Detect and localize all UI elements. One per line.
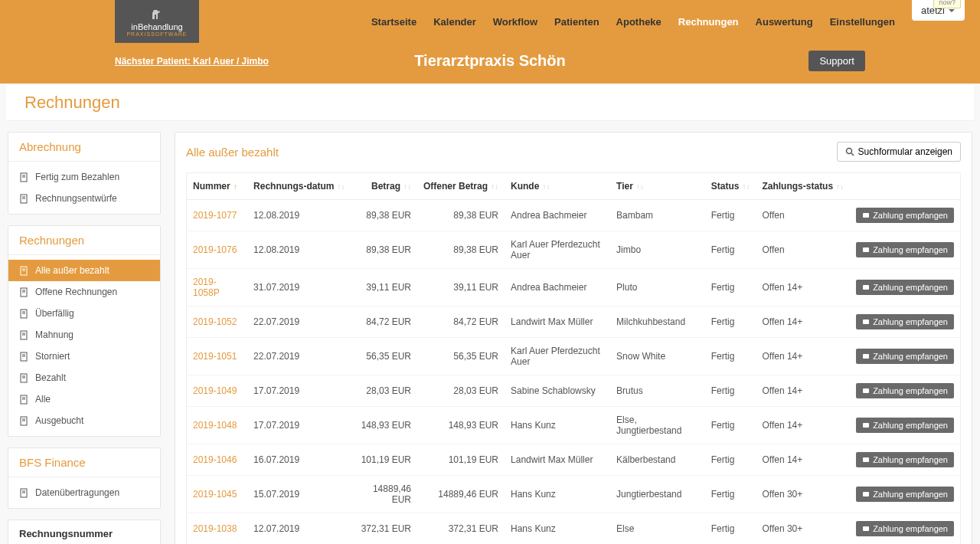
invoice-number-link[interactable]: 2019-1052 (187, 306, 247, 338)
logo-sub-text: PRAXISSOFTWARE (126, 31, 187, 37)
cell-open: 372,31 EUR (417, 513, 505, 545)
table-row: 2019-105222.07.201984,72 EUR84,72 EURLan… (187, 306, 960, 338)
table-row: 2019-105122.07.201956,35 EUR56,35 EURKar… (187, 338, 960, 375)
sidebar-item-überfällig[interactable]: Überfällig (8, 303, 160, 324)
col-offen[interactable]: Offener Betrag↑↓ (417, 173, 505, 200)
svg-point-38 (846, 149, 851, 154)
invoice-number-link[interactable]: 2019-1076 (187, 231, 247, 269)
sidebar-item-offene-rechnungen[interactable]: Offene Rechnungen (8, 281, 160, 303)
practice-name: Tierarztpraxis Schön (414, 52, 565, 70)
cell-open: 56,35 EUR (417, 338, 505, 375)
support-button[interactable]: Support (808, 51, 865, 71)
receive-payment-button[interactable]: Zahlung empfangen (856, 487, 954, 502)
receive-payment-button[interactable]: Zahlung empfangen (856, 383, 954, 398)
cell-open: 89,38 EUR (417, 231, 505, 269)
sidebar-item-bezahlt[interactable]: Bezahlt (8, 367, 160, 388)
invoice-number-link[interactable]: 2019-1048 (187, 407, 247, 444)
cell-status: Fertig (705, 513, 756, 545)
receive-payment-button[interactable]: Zahlung empfangen (856, 280, 954, 295)
col-status[interactable]: Status↑↓ (705, 173, 756, 200)
table-row: 2019-103812.07.2019372,31 EUR372,31 EURH… (187, 513, 960, 545)
svg-rect-44 (863, 354, 869, 359)
cell-zahlstatus: Offen 14+ (756, 375, 850, 407)
nav-workflow[interactable]: Workflow (492, 2, 539, 41)
document-icon (19, 373, 29, 383)
cell-tier: Bambam (610, 200, 705, 231)
sidebar-item-fertig-zum-bezahlen[interactable]: Fertig zum Bezahlen (8, 166, 160, 188)
nav-kalender[interactable]: Kalender (432, 2, 478, 41)
invoice-number-link[interactable]: 2019-1046 (187, 444, 247, 476)
receive-payment-button[interactable]: Zahlung empfangen (856, 208, 954, 223)
nav-einstellungen[interactable]: Einstellungen (828, 2, 897, 41)
sidebar-item-datenübertragungen[interactable]: Datenübertragungen (8, 482, 160, 503)
logo[interactable]: inBehandlung PRAXISSOFTWARE (115, 0, 199, 43)
cell-date: 17.07.2019 (247, 407, 351, 444)
invoice-number-link[interactable]: 2019-1038 (187, 513, 247, 545)
nav-apotheke[interactable]: Apotheke (615, 2, 663, 41)
receive-payment-button[interactable]: Zahlung empfangen (856, 452, 954, 467)
table-row: 2019-104515.07.201914889,46 EUR14889,46 … (187, 476, 960, 513)
document-icon (19, 330, 29, 340)
sidebar-item-rechnungsentwürfe[interactable]: Rechnungsentwürfe (8, 188, 160, 209)
cell-tier: Jungtierbestand (610, 476, 705, 513)
sidebar: Abrechnung Fertig zum BezahlenRechnungse… (8, 132, 161, 544)
svg-rect-45 (863, 388, 869, 393)
cell-open: 89,38 EUR (417, 200, 505, 231)
table-row: 2019-104917.07.201928,03 EUR28,03 EURSab… (187, 375, 960, 407)
cell-zahlstatus: Offen (756, 200, 850, 231)
col-kunde[interactable]: Kunde↑↓ (505, 173, 610, 200)
next-patient-link[interactable]: Nächster Patient: Karl Auer / Jimbo (115, 56, 269, 67)
receive-payment-button[interactable]: Zahlung empfangen (856, 418, 954, 433)
receive-payment-button[interactable]: Zahlung empfangen (856, 242, 954, 257)
svg-rect-48 (863, 492, 869, 496)
main-content: Alle außer bezahlt Suchformular anzeigen… (175, 132, 972, 544)
sidebar-item-ausgebucht[interactable]: Ausgebucht (8, 410, 160, 431)
invoice-table: Nummer↑ Rechnungs-datum↑↓ Betrag↑↓ Offen… (186, 172, 961, 544)
sidebar-item-storniert[interactable]: Storniert (8, 346, 160, 367)
cell-status: Fertig (705, 200, 756, 231)
invoice-number-link[interactable]: 2019-1051 (187, 338, 247, 375)
col-betrag[interactable]: Betrag↑↓ (351, 173, 417, 200)
cell-zahlstatus: Offen 30+ (756, 476, 850, 513)
cell-amount: 148,93 EUR (351, 407, 417, 444)
search-form-toggle[interactable]: Suchformular anzeigen (837, 142, 961, 162)
receive-payment-button[interactable]: Zahlung empfangen (856, 314, 954, 329)
receive-payment-button[interactable]: Zahlung empfangen (856, 349, 954, 364)
nav-patienten[interactable]: Patienten (553, 2, 601, 41)
cell-tier: Pluto (610, 269, 705, 306)
invoice-number-link[interactable]: 2019-1058P (187, 269, 247, 306)
document-icon (19, 395, 29, 405)
cell-zahlstatus: Offen 14+ (756, 306, 850, 338)
payment-icon (862, 421, 870, 429)
cell-kunde: Sabine Schablowsky (505, 375, 610, 407)
cell-zahlstatus: Offen 14+ (756, 444, 850, 476)
cell-zahlstatus: Offen 14+ (756, 269, 850, 306)
cell-open: 14889,46 EUR (417, 476, 505, 513)
cell-date: 15.07.2019 (247, 476, 351, 513)
payment-icon (862, 352, 870, 360)
nav-rechnungen[interactable]: Rechnungen (677, 2, 740, 41)
tooltip: now? (933, 0, 961, 8)
cell-amount: 84,72 EUR (351, 306, 417, 338)
invoice-number-link[interactable]: 2019-1045 (187, 476, 247, 513)
page-title-bar: Rechnungen (6, 85, 974, 121)
nav-startseite[interactable]: Startseite (370, 2, 418, 41)
cell-status: Fertig (705, 476, 756, 513)
cell-kunde: Karl Auer Pferdezucht Auer (505, 338, 610, 375)
sidebar-item-alle-außer-bezahlt[interactable]: Alle außer bezahlt (8, 260, 160, 281)
col-zahlstatus[interactable]: Zahlungs-status↑↓ (756, 173, 850, 200)
col-datum[interactable]: Rechnungs-datum↑↓ (247, 173, 351, 200)
sidebar-item-alle[interactable]: Alle (8, 388, 160, 410)
panel-abrechnung: Abrechnung Fertig zum BezahlenRechnungse… (8, 132, 161, 215)
invoice-number-link[interactable]: 2019-1049 (187, 375, 247, 407)
sidebar-item-mahnung[interactable]: Mahnung (8, 324, 160, 346)
invoice-number-link[interactable]: 2019-1077 (187, 200, 247, 231)
payment-icon (862, 456, 870, 464)
receive-payment-button[interactable]: Zahlung empfangen (856, 521, 954, 536)
col-nummer[interactable]: Nummer↑ (187, 173, 247, 200)
svg-rect-46 (863, 423, 869, 428)
panel-head-abrechnung: Abrechnung (8, 133, 160, 162)
cell-date: 12.08.2019 (247, 200, 351, 231)
col-tier[interactable]: Tier↑↓ (610, 173, 705, 200)
nav-auswertung[interactable]: Auswertung (754, 2, 815, 41)
